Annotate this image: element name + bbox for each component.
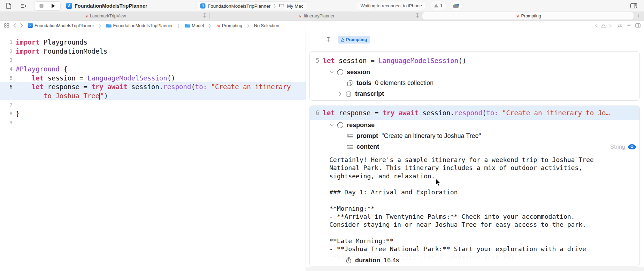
response-result-card: 6let response = try await session.respon… xyxy=(309,106,640,266)
session-code-line: 5let session = LanguageModelSession() xyxy=(310,54,639,67)
folder-icon xyxy=(106,23,112,28)
duration-value: 16.4s xyxy=(384,257,399,264)
separator xyxy=(334,37,334,42)
run-button[interactable] xyxy=(51,3,55,8)
project-title: A FoundationModelsTripPlanner xyxy=(66,3,147,9)
content-line: - **Joshua Tree National Park:** Start y… xyxy=(329,245,639,253)
value-type-badge: String xyxy=(610,144,636,150)
run-controls xyxy=(34,1,61,10)
code-review-icon[interactable] xyxy=(617,24,622,28)
line-number: 5 xyxy=(0,75,13,81)
previous-issue-icon[interactable] xyxy=(595,24,598,28)
breadcrumb-selection[interactable]: No Selection xyxy=(254,23,279,28)
cloud-status[interactable] xyxy=(449,1,463,10)
line-number: 7 xyxy=(0,102,13,108)
chevron-right-icon: ❭ xyxy=(177,23,181,28)
line-number: 1 xyxy=(0,39,13,45)
content-line xyxy=(329,229,639,237)
playground-scope-pill[interactable]: Prompting xyxy=(338,36,370,44)
activity-area: Waiting to reconnect to iPhone 1 xyxy=(356,1,644,10)
content-line: **Morning:** xyxy=(329,204,639,212)
warning-badge[interactable]: 1 xyxy=(430,1,446,10)
toolbar: A FoundationModelsTripPlanner {} Foundat… xyxy=(0,0,644,11)
folder-icon xyxy=(184,23,190,28)
cloud-icon xyxy=(453,3,459,8)
duration-bar: duration 16.4s xyxy=(310,255,639,266)
editor-line: 2import FoundationModels xyxy=(0,47,306,56)
pin-icon[interactable] xyxy=(203,13,207,18)
activity-status[interactable]: Waiting to reconnect to iPhone xyxy=(356,1,427,10)
chevron-right-icon: ❭ xyxy=(98,23,102,28)
source-editor[interactable]: 1import Playgrounds2import FoundationMod… xyxy=(0,30,306,271)
chevron-down-icon[interactable] xyxy=(328,124,336,126)
property-value: 0 elements collection xyxy=(375,79,434,87)
editor-options-icon[interactable] xyxy=(635,23,641,28)
back-button[interactable] xyxy=(11,21,18,30)
text-quote-icon xyxy=(345,134,354,139)
breadcrumb-project[interactable]: FoundationModelsTripPlanner xyxy=(34,23,94,28)
minimap-icon[interactable] xyxy=(627,24,632,28)
variable-name: session xyxy=(347,69,370,76)
tab-prompting[interactable]: Prompting xyxy=(422,12,634,20)
breadcrumb-group[interactable]: FoundationModelsTripPlanner xyxy=(113,23,173,28)
content-line: - **Arrival in Twentynine Palms:** Check… xyxy=(329,212,639,220)
breadcrumb-folder-model[interactable]: Model xyxy=(192,23,204,28)
line-number: 2 xyxy=(0,48,13,54)
stop-button[interactable] xyxy=(39,4,44,8)
jump-bar-controls xyxy=(595,21,641,30)
property-name: tools xyxy=(356,79,371,87)
variable-name: response xyxy=(347,122,375,129)
canvas-bottom-strip xyxy=(306,267,644,271)
my-mac-icon xyxy=(279,4,285,8)
session-result-card: 5let session = LanguageModelSession() se… xyxy=(309,51,640,101)
content-line: National Park. This itinerary includes a… xyxy=(329,164,639,172)
content-line: Certainly! Here's a sample itinerary for… xyxy=(329,156,639,164)
chevron-down-icon[interactable] xyxy=(328,71,336,73)
forward-button[interactable] xyxy=(18,21,25,30)
swift-file-icon xyxy=(515,14,519,18)
editor-line: 6 let response = try await session.respo… xyxy=(0,82,306,91)
quick-look-eye-icon[interactable] xyxy=(628,144,636,150)
tab-itineraryplanner[interactable]: ItineraryPlanner xyxy=(210,11,422,20)
apple-intelligence-icon xyxy=(336,69,345,76)
duration-label: duration xyxy=(355,257,380,264)
breadcrumb-file[interactable]: Prompting xyxy=(222,23,242,28)
property-value: "Create an itinerary to Joshua Tree" xyxy=(382,132,481,140)
editor-line: 1import Playgrounds xyxy=(0,38,306,47)
tab-landmarktripview[interactable]: LandmarkTripView xyxy=(0,11,209,20)
flask-icon xyxy=(341,37,345,42)
response-row: response xyxy=(310,120,639,131)
chevron-right-icon: ❭ xyxy=(273,3,277,8)
chevron-right-icon: ❭ xyxy=(208,23,212,28)
next-issue-icon[interactable] xyxy=(609,24,612,28)
playground-macro-icon[interactable] xyxy=(18,1,29,10)
response-code-line: 6let response = try await session.respon… xyxy=(310,106,639,120)
stopwatch-icon xyxy=(344,257,353,264)
related-items-icon[interactable] xyxy=(2,21,11,30)
scheme-target-icon: {} xyxy=(200,3,206,9)
text-quote-icon xyxy=(345,145,354,149)
scheme-selector[interactable]: {} FoundationModelsTripPlanner ❭ My Mac xyxy=(196,1,307,10)
content-line xyxy=(329,180,639,188)
svg-text:{}: {} xyxy=(201,5,205,8)
canvas-header: Prompting xyxy=(306,30,644,49)
tools-row: tools 0 elements collection xyxy=(310,78,639,88)
response-content-text[interactable]: Certainly! Here's a sample itinerary for… xyxy=(310,152,639,261)
swift-file-icon xyxy=(84,14,88,18)
line-number: 3 xyxy=(0,57,13,63)
pin-icon[interactable] xyxy=(326,37,330,42)
issue-warning-icon xyxy=(601,24,606,28)
add-tab-button[interactable]: + xyxy=(634,11,644,20)
line-number: 9 xyxy=(0,120,13,125)
editor-line: 8} xyxy=(0,109,306,118)
chevron-right-icon[interactable] xyxy=(336,92,344,96)
collection-icon xyxy=(345,80,354,86)
new-file-icon[interactable] xyxy=(4,1,13,10)
editor-line: 3 xyxy=(0,55,306,64)
property-name: prompt xyxy=(356,132,378,140)
pin-icon[interactable] xyxy=(415,13,419,18)
swift-file-icon xyxy=(216,23,220,28)
struct-icon: S xyxy=(344,91,353,97)
apple-intelligence-icon xyxy=(336,122,345,129)
inspector-toggle-icon[interactable] xyxy=(628,1,639,10)
